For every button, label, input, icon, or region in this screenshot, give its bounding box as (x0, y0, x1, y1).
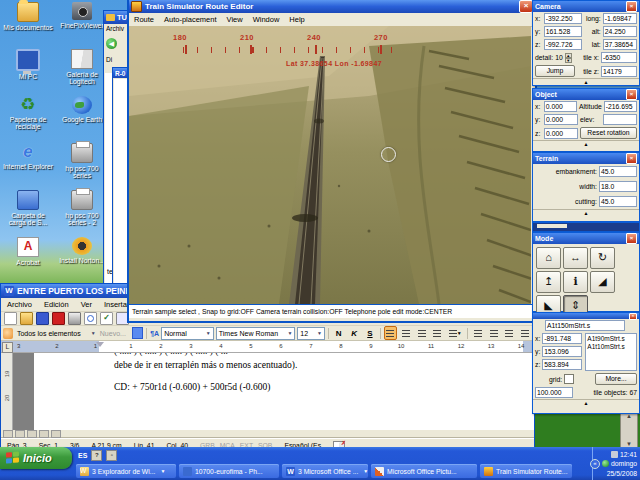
italic-button[interactable]: K (347, 326, 361, 340)
close-icon[interactable]: × (626, 233, 637, 244)
reviewing-hand-icon[interactable] (3, 328, 13, 339)
menu-item[interactable]: Edición (44, 300, 69, 309)
object-panel-collapse-handle[interactable]: ▲ (533, 140, 639, 148)
back-icon[interactable]: ◀ (106, 38, 117, 49)
shape-listbox[interactable]: A1t90mStrt.sA1t10mStrt.s (585, 333, 637, 371)
desktop-icon[interactable]: FinePixViewer (56, 2, 108, 44)
spelling-icon[interactable]: ✓ (100, 312, 113, 325)
object-y-field[interactable]: 0.000 (544, 114, 578, 125)
detail-spinner[interactable]: ▲▼ (565, 53, 572, 62)
camera-panel-collapse-handle[interactable]: ▲ (533, 78, 639, 86)
line-spacing-dropdown[interactable]: ▼ (446, 326, 464, 340)
close-icon[interactable]: × (629, 313, 637, 320)
desktop-icon[interactable]: hp psc 700 series (56, 143, 108, 185)
tab-selector[interactable]: L (2, 342, 13, 353)
menu-item[interactable]: Auto-placement (164, 15, 217, 24)
object-altitude-field[interactable]: -216.695 (604, 101, 637, 112)
close-icon[interactable]: × (626, 89, 637, 100)
numbered-list-button[interactable] (471, 326, 485, 340)
desktop-icon[interactable]: e Internet Explorer (2, 143, 54, 185)
help-icon[interactable]: ? (91, 450, 102, 461)
camera-alt-field[interactable]: 24.250 (603, 26, 637, 37)
save-icon[interactable] (36, 312, 49, 325)
object-panel-titlebar[interactable]: Object × (533, 89, 639, 100)
print-icon[interactable] (68, 312, 81, 325)
mode-place-object-button[interactable]: ⌂ (536, 247, 561, 269)
desktop-icon[interactable]: ♻ Papelera de reciclaje (2, 96, 54, 138)
object-z-field[interactable]: 0.000 (544, 128, 578, 139)
align-right-button[interactable] (415, 326, 429, 340)
web-view-icon[interactable] (15, 430, 25, 438)
decrease-indent-button[interactable] (503, 326, 517, 340)
align-left-button[interactable] (384, 326, 398, 340)
menu-item[interactable]: View (227, 15, 243, 24)
mode-move-object-button[interactable]: ↔ (563, 247, 588, 269)
align-center-button[interactable] (399, 326, 413, 340)
menu-item[interactable]: Help (289, 15, 304, 24)
indent-marker[interactable] (96, 342, 104, 347)
menu-item[interactable]: Route (134, 15, 154, 24)
language-indicator[interactable]: ES (78, 452, 87, 459)
style-combo[interactable]: Normal▼ (161, 327, 214, 340)
shape-list-item[interactable]: A1t90mStrt.s (587, 335, 635, 343)
desktop-icon[interactable]: Mis documentos (2, 2, 54, 44)
camera-panel-titlebar[interactable]: Camera × (533, 1, 639, 12)
mode-embankment-tool-button[interactable]: ◢ (590, 271, 615, 293)
taskbar-button[interactable]: W 3 Microsoft Office ... ▼ (282, 464, 368, 478)
camera-tilex-field[interactable]: -6350 (601, 52, 637, 63)
camera-x-field[interactable]: -392.250 (544, 13, 582, 24)
normal-view-icon[interactable] (3, 430, 13, 438)
grid-checkbox[interactable] (564, 374, 574, 384)
desktop-icon[interactable]: Galería de Logitech (56, 49, 108, 91)
minimize-langbar-icon[interactable]: ▫ (106, 450, 117, 461)
menu-item[interactable]: Window (253, 15, 280, 24)
show-markup-dropdown[interactable]: Todos los elementos▼ (15, 328, 98, 339)
taskbar-button[interactable]: 10700-eurofima - Ph... ▼ (179, 464, 279, 478)
font-size-combo[interactable]: 12▼ (297, 327, 325, 340)
object-elev-field[interactable] (603, 114, 637, 125)
reset-rotation-button[interactable]: Reset rotation (580, 127, 637, 139)
tray-display-icon[interactable] (611, 451, 618, 458)
reviewing-pane-button[interactable] (132, 327, 143, 339)
terrain-row-field[interactable]: 45.0 (599, 166, 637, 177)
underline-button[interactable]: S (363, 326, 377, 340)
pdf-icon[interactable] (52, 312, 65, 325)
bold-button[interactable]: N (332, 326, 346, 340)
desktop-icon[interactable]: hp psc 700 series - 2 (56, 190, 108, 232)
desktop-icon[interactable]: A Acrobat (2, 237, 54, 279)
document-page[interactable]: ( ..... ) ( ..... ) ( ..... ) ( ..... ) … (34, 353, 534, 430)
mode-raise-object-button[interactable]: ↥ (536, 271, 561, 293)
menu-item[interactable]: Ver (81, 300, 92, 309)
terrain-row-field[interactable]: 45.0 (599, 196, 637, 207)
camera-tilez-field[interactable]: 14179 (601, 66, 637, 77)
document-area[interactable]: 1920 ( ..... ) ( ..... ) ( ..... ) ( ...… (1, 353, 534, 430)
reading-view-icon[interactable] (51, 430, 61, 438)
mode-panel-titlebar[interactable]: Mode × (533, 233, 639, 244)
shape-list-item[interactable]: A1t10mStrt.s (587, 343, 635, 351)
jump-button[interactable]: Jump (535, 65, 575, 77)
desktop-icon[interactable]: Mi PC (2, 49, 54, 91)
more-button[interactable]: More... (595, 373, 637, 385)
menu-item[interactable]: Insertar (104, 300, 129, 309)
route-editor-titlebar[interactable]: Train Simulator Route Editor × (129, 0, 535, 13)
close-icon[interactable]: × (626, 153, 637, 164)
placement-x-field[interactable]: -891.748 (542, 333, 582, 344)
shape-name-field[interactable]: A1t150mStrt.s (545, 320, 625, 331)
tray-antivirus-icon[interactable] (602, 460, 609, 467)
close-icon[interactable]: × (519, 0, 533, 13)
desktop-icon[interactable]: Carpeta de carga de S... (2, 190, 54, 232)
tray-chevron-icon[interactable]: « (590, 459, 600, 469)
justify-button[interactable] (431, 326, 445, 340)
scale-field[interactable]: 100.000 (535, 387, 573, 398)
terrain-3d-viewport[interactable]: 180210240270 Lat 37.38654 Lon -1.69847 (129, 26, 531, 304)
object-x-field[interactable]: 0.000 (544, 101, 577, 112)
placement-z-field[interactable]: 583.894 (542, 359, 582, 370)
placement-y-field[interactable]: 153.096 (542, 346, 582, 357)
taskbar-button[interactable]: Microsoft Office Pictu... ▼ (371, 464, 477, 478)
terrain-panel-titlebar[interactable]: Terrain × (533, 153, 639, 164)
desktop-icon[interactable]: Install Norton... (56, 237, 108, 279)
close-icon[interactable]: × (626, 1, 637, 12)
menu-item[interactable]: Archivo (7, 300, 32, 309)
print-preview-icon[interactable] (84, 312, 97, 325)
outline-view-icon[interactable] (39, 430, 49, 438)
